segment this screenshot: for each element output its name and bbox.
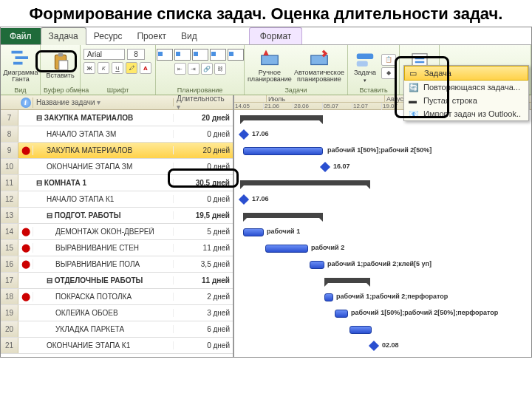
font-color-button[interactable]: A (140, 62, 151, 74)
progress-75-button[interactable] (210, 49, 226, 61)
table-row[interactable]: 11⊟ КОМНАТА 130,5 дней (1, 175, 233, 191)
gantt-row (234, 208, 531, 224)
dropdown-item-outlook[interactable]: 📧Импорт задач из Outlook.. (404, 107, 528, 120)
ribbon-tabs: Файл Задача Ресурс Проект Вид Формат (1, 27, 531, 45)
table-row[interactable]: 19ОКЛЕЙКА ОБОЕВ3 дней (1, 305, 233, 321)
table-row[interactable]: 20УКЛАДКА ПАРКЕТА6 дней (1, 321, 233, 338)
gantt-chart[interactable]: Июль Август 14.0521.0628.0605.0712.0719.… (234, 95, 531, 357)
gantt-row (234, 273, 531, 289)
task-icon: ▭ (409, 69, 420, 78)
dropdown-item-task[interactable]: ▭Задача (404, 66, 528, 81)
table-row[interactable]: 10ОКОНЧАНИЕ ЭТАПА ЗМ0 дней (1, 159, 233, 175)
tab-format[interactable]: Формат (249, 27, 303, 44)
blank-row-icon: ▬ (409, 96, 419, 105)
grid-header: i Название задачи ▾ Длительность ▾ (1, 95, 233, 110)
unlink-button[interactable]: ⛓ (214, 63, 226, 75)
tab-project[interactable]: Проект (129, 28, 174, 44)
table-row[interactable]: 9⬤ЗАКУПКА МАТЕРИАЛОВ20 дней (1, 143, 233, 159)
table-row[interactable]: 17⊟ ОТДЕЛОЧНЫЕ РАБОТЫ11 дней (1, 273, 233, 289)
svg-rect-9 (357, 61, 368, 67)
gantt-row: рабочий 1 (234, 224, 531, 240)
bold-button[interactable]: Ж (83, 62, 95, 74)
svg-rect-6 (262, 55, 279, 65)
outlook-icon: 📧 (409, 109, 419, 118)
gantt-row: рабочий 1[50%];рабочий 2[50%];перфоратор (234, 305, 531, 321)
link-button[interactable]: 🔗 (201, 63, 213, 75)
sheet: i Название задачи ▾ Длительность ▾ 7⊟ ЗА… (1, 95, 531, 357)
gantt-row: 17.06 (234, 191, 531, 208)
table-row[interactable]: 14⬤ДЕМОНТАЖ ОКОН-ДВЕРЕЙ5 дней (1, 224, 233, 240)
table-row[interactable]: 12НАЧАЛО ЭТАПА К10 дней (1, 191, 233, 208)
table-row[interactable]: 15⬤ВЫРАВНИВАНИЕ СТЕН11 дней (1, 240, 233, 256)
slide-title: Формирование списка задач. Оценка длител… (0, 0, 532, 27)
table-row[interactable]: 18⬤ПОКРАСКА ПОТОЛКА2 дней (1, 289, 233, 305)
recurring-icon: 🔄 (409, 83, 419, 92)
milestone-button[interactable]: ◆ (381, 67, 396, 79)
tab-task[interactable]: Задача (41, 27, 86, 45)
info-icon: i (21, 98, 31, 108)
bg-color-button[interactable]: 🖍 (126, 62, 137, 74)
svg-rect-12 (415, 61, 424, 64)
italic-button[interactable]: К (98, 62, 109, 74)
paste-button[interactable]: Вставить (44, 52, 77, 80)
gantt-row: 17.06 (234, 126, 531, 143)
svg-rect-4 (58, 54, 63, 57)
table-row[interactable]: 13⊟ ПОДГОТ. РАБОТЫ19,5 дней (1, 208, 233, 224)
table-row[interactable]: 21ОКОНЧАНИЕ ЭТАПА К10 дней (1, 338, 233, 354)
font-name-select[interactable]: Arial (83, 49, 125, 60)
table-row[interactable]: 7⊟ ЗАКУПКА МАТЕРИАЛОВ20 дней (1, 110, 233, 126)
gantt-row (234, 321, 531, 338)
table-row[interactable]: 16⬤ВЫРАВНИВАНИЕ ПОЛА3,5 дней (1, 256, 233, 273)
indent-button[interactable]: ⇥ (188, 63, 200, 75)
svg-rect-11 (415, 58, 424, 60)
underline-button[interactable]: Ч (112, 62, 123, 74)
tab-file[interactable]: Файл (1, 28, 41, 44)
tab-view[interactable]: Вид (174, 28, 205, 44)
gantt-row: 16.07 (234, 159, 531, 175)
dropdown-item-recurring[interactable]: 🔄Повторяющаяся задача... (404, 81, 528, 94)
insert-task-dropdown: ▭Задача 🔄Повторяющаяся задача... ▬Пустая… (403, 65, 529, 121)
gantt-row: рабочий 1[50%];рабочий 2[50%] (234, 143, 531, 159)
table-row[interactable]: 8НАЧАЛО ЭТАПА ЗМ0 дней (1, 126, 233, 143)
dropdown-item-blank[interactable]: ▬Пустая строка (404, 94, 528, 107)
auto-schedule-button[interactable]: Автоматическое планирование (294, 50, 344, 84)
col-info[interactable]: i (18, 98, 33, 108)
gantt-row: рабочий 2 (234, 240, 531, 256)
svg-rect-8 (357, 54, 374, 60)
col-duration[interactable]: Длительность ▾ (174, 95, 233, 111)
gantt-row: рабочий 1;рабочий 2;клей[5 уп] (234, 256, 531, 273)
progress-0-button[interactable] (157, 49, 173, 61)
gantt-row (234, 175, 531, 191)
progress-25-button[interactable] (174, 49, 191, 61)
outdent-button[interactable]: ⇤ (174, 63, 186, 75)
svg-rect-1 (16, 56, 29, 59)
gantt-chart-button[interactable]: Диаграмма Ганта (4, 50, 38, 84)
task-grid: i Название задачи ▾ Длительность ▾ 7⊟ ЗА… (1, 95, 234, 357)
insert-task-button[interactable]: Задача▾ (351, 50, 379, 83)
svg-rect-2 (13, 61, 23, 64)
gantt-row: 02.08 (234, 338, 531, 354)
svg-rect-0 (12, 50, 23, 53)
progress-50-button[interactable] (192, 49, 208, 61)
svg-rect-5 (58, 61, 67, 70)
manual-schedule-button[interactable]: Ручное планирование (248, 50, 292, 84)
gantt-row: рабочий 1;рабочий 2;перфоратор (234, 289, 531, 305)
font-size-select[interactable]: 8 (127, 49, 145, 60)
svg-rect-7 (311, 55, 328, 65)
progress-100-button[interactable] (228, 49, 244, 61)
tab-resource[interactable]: Ресурс (86, 28, 130, 44)
col-name[interactable]: Название задачи ▾ (33, 98, 174, 106)
app-window: Файл Задача Ресурс Проект Вид Формат Диа… (0, 27, 532, 358)
summary-task-button[interactable]: 📋 (381, 54, 396, 66)
